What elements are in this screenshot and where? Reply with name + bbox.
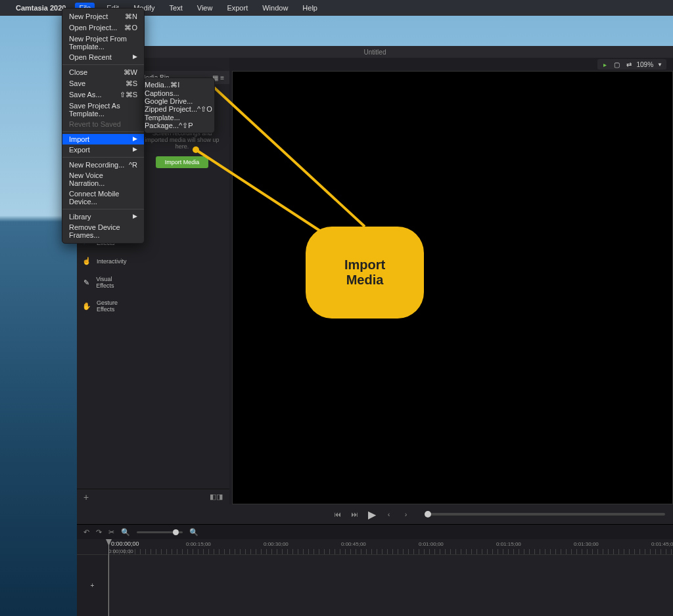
menu-view[interactable]: View (195, 3, 216, 13)
file-menu-item[interactable]: New Recording...^R (62, 160, 144, 170)
play-button-icon[interactable]: ▶ (367, 509, 377, 519)
import-submenu-item[interactable]: Media...⌘I (145, 81, 214, 89)
sidebar-item[interactable]: ✎Visual Effects (77, 271, 135, 294)
add-track-icon[interactable]: + (77, 555, 108, 616)
sidebar-item-icon: ☝ (82, 257, 91, 265)
file-menu-item[interactable]: Library▶ (62, 211, 144, 222)
sidebar-item-label: Visual Effects (96, 276, 129, 289)
selection-tool-icon[interactable]: ▸ (601, 60, 609, 68)
zoom-value: 109% (637, 61, 654, 68)
timeline-tick: 0:00:30;00 (264, 541, 289, 547)
timeline-current-time: 0:00:00;00 (111, 540, 139, 547)
left-panel-footer: + ◧◨ (77, 489, 229, 504)
menu-export[interactable]: Export (224, 3, 250, 13)
timeline-body[interactable] (108, 555, 673, 616)
sidebar-item[interactable]: ✋Gesture Effects (77, 294, 135, 318)
timeline-tick: 0:00:00;00 (108, 548, 133, 554)
next-marker-icon[interactable]: › (401, 509, 411, 519)
timeline-toolbar: ↶ ↷ ✂ 🔍 🔍 (77, 525, 673, 539)
file-menu-dropdown: New Project⌘NOpen Project...⌘ONew Projec… (62, 8, 145, 244)
file-menu-item[interactable]: Import▶ (62, 134, 144, 144)
sidebar-item-label: Interactivity (97, 258, 127, 265)
track-headers: + (77, 555, 108, 616)
import-submenu-item[interactable]: Zipped Project...^⇧O (145, 105, 214, 114)
file-menu-item[interactable]: Open Project...⌘O (62, 22, 144, 33)
media-bin-body: The Media Bin is empty. Screen recording… (135, 84, 229, 489)
timeline-ruler[interactable]: 0:00:00;00 0:00:00;000:00:15;000:00:30;0… (77, 539, 673, 555)
playhead[interactable] (108, 539, 109, 616)
callout-line2: Media (344, 273, 385, 288)
import-media-button[interactable]: Import Media (156, 156, 209, 168)
menu-window[interactable]: Window (260, 3, 290, 13)
add-button-icon[interactable]: + (83, 492, 89, 502)
timeline-zoom-slider[interactable] (137, 531, 183, 533)
import-submenu-item[interactable]: Google Drive... (145, 97, 214, 105)
menu-help[interactable]: Help (300, 3, 320, 13)
file-menu-item[interactable]: Save Project As Template... (62, 100, 144, 119)
window-title: Untitled (364, 49, 386, 56)
timeline-tick: 0:00:45;00 (341, 541, 366, 547)
file-menu-item[interactable]: New Voice Narration... (62, 170, 144, 188)
prev-frame-icon[interactable]: ⏮ (333, 509, 343, 519)
file-menu-item: Revert to Saved (62, 119, 144, 129)
timeline-tick: 0:01:15;00 (496, 541, 521, 547)
import-submenu-item[interactable]: Template... (145, 114, 214, 121)
zoom-out-icon[interactable]: 🔍 (121, 528, 130, 537)
file-menu-item[interactable]: Export▶ (62, 144, 144, 155)
file-menu-item[interactable]: Save As...⇧⌘S (62, 89, 144, 100)
file-menu-item[interactable]: New Project From Template... (62, 33, 144, 52)
sidebar-item-label: Gesture Effects (97, 299, 129, 313)
file-menu-item[interactable]: Close⌘W (62, 67, 144, 78)
import-submenu-item[interactable]: Captions... (145, 89, 214, 97)
annotation-callout: Import Media (306, 227, 424, 319)
timeline-tick: 0:01:30;00 (574, 541, 599, 547)
timeline-tick: 0:01:45;00 (651, 541, 673, 547)
crop-tool-icon[interactable]: ▢ (613, 60, 621, 68)
scrub-bar[interactable] (425, 513, 666, 516)
sidebar-item[interactable]: ☝Interactivity (77, 252, 135, 271)
zoom-dropdown-icon[interactable]: ▼ (657, 62, 662, 68)
timeline-tick: 0:01:00;00 (419, 541, 444, 547)
preview-canvas[interactable] (232, 71, 673, 504)
sidebar-item-icon: ✋ (82, 302, 91, 311)
quad-view-icon[interactable]: ◧◨ (210, 493, 223, 501)
timeline-tick: 0:00:15;00 (186, 541, 211, 547)
app-name[interactable]: Camtasia 2020 (16, 4, 66, 12)
undo-icon[interactable]: ↶ (83, 528, 89, 537)
file-menu-item[interactable]: Save⌘S (62, 78, 144, 89)
menu-text[interactable]: Text (167, 3, 185, 13)
redo-icon[interactable]: ↷ (96, 528, 102, 537)
file-menu-item[interactable]: Remove Device Frames... (62, 222, 144, 240)
timeline: ↶ ↷ ✂ 🔍 🔍 0:00:00;00 0:00:00;000:00:15;0… (77, 524, 673, 616)
file-menu-item[interactable]: New Project⌘N (62, 11, 144, 22)
sidebar-item-icon: ✎ (82, 278, 91, 287)
prev-marker-icon[interactable]: ‹ (384, 509, 394, 519)
next-frame-icon[interactable]: ⏭ (350, 509, 360, 519)
zoom-controls[interactable]: ▸ ▢ ⇄ 109% ▼ (597, 59, 667, 70)
pan-tool-icon[interactable]: ⇄ (625, 60, 633, 68)
import-submenu: Media...⌘ICaptions...Google Drive...Zipp… (144, 77, 215, 133)
zoom-in-icon[interactable]: 🔍 (189, 528, 198, 537)
timeline-tracks: + (77, 555, 673, 616)
file-menu-item[interactable]: Open Recent▶ (62, 52, 144, 62)
titlebar: Untitled (77, 46, 673, 58)
playback-bar: ⏮ ⏭ ▶ ‹ › (77, 504, 673, 524)
cut-icon[interactable]: ✂ (108, 528, 114, 537)
import-submenu-item[interactable]: Package...^⇧P (145, 121, 214, 130)
file-menu-item[interactable]: Connect Mobile Device... (62, 188, 144, 207)
callout-line1: Import (344, 257, 385, 273)
